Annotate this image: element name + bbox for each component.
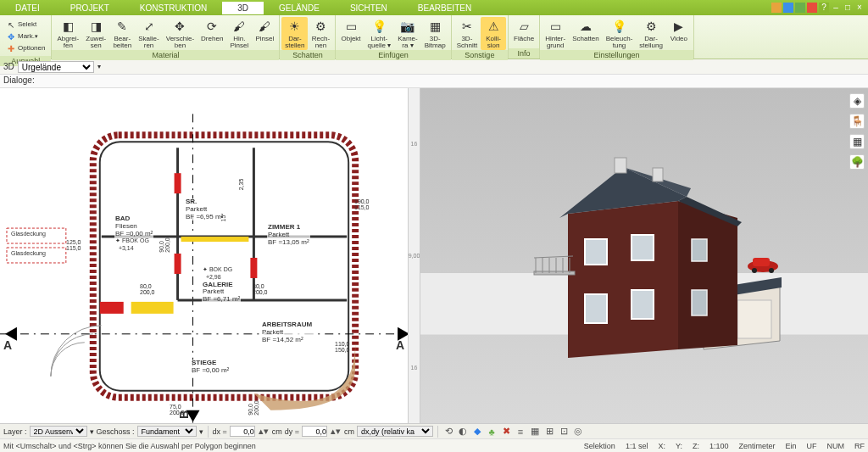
ribbon-button[interactable]: ◧Abgrei- fen (53, 17, 82, 50)
ribbon-icon: ▭ (342, 18, 359, 35)
geschoss-label: Geschoss : (97, 427, 135, 436)
menu-bearbeiten[interactable]: BEARBEITEN (403, 2, 487, 14)
dim: 125,0 115,0 (66, 239, 81, 251)
dy-input[interactable] (302, 426, 327, 437)
tool-icon[interactable]: ⟲ (442, 426, 454, 438)
ribbon-icon: ✎ (114, 18, 131, 35)
tray-icon[interactable] (783, 3, 793, 13)
mark-button[interactable]: ✥Mark.▾ (3, 31, 47, 42)
close-icon[interactable]: × (854, 3, 865, 13)
ribbon-group-sonstige: ✂3D- Schnitt⚠Kolli- sion Sonstige (452, 15, 509, 59)
tool-icon[interactable]: ◐ (457, 426, 469, 438)
ribbon-button[interactable]: ✂3D- Schnitt (453, 17, 481, 50)
context-toolbar: 3D Urgelände ▾ (0, 59, 868, 75)
room-bad: BADFliesenBF =0,00 m²✦ FBOK OG +3,14 (114, 215, 153, 253)
ribbon-button[interactable]: ▦3D- Bitmap (421, 17, 449, 50)
ribbon-group-auswahl: ↖Selekt ✥Mark.▾ ✚Optionen Auswahl (0, 15, 52, 59)
tool-icon[interactable]: ◆ (471, 426, 483, 438)
ribbon-button[interactable]: ▱Fläche (510, 17, 537, 43)
ribbon-icon: 🖌 (256, 18, 273, 35)
ribbon-button[interactable]: ☀Dar- stellen (281, 17, 308, 50)
selekt-button[interactable]: ↖Selekt (3, 19, 47, 31)
ribbon-label: Bear- beiten (113, 36, 131, 49)
ribbon-icon: 📷 (399, 18, 416, 35)
group-label: Sonstige (452, 50, 508, 60)
svg-marker-23 (678, 201, 737, 349)
svg-rect-28 (653, 168, 663, 181)
tool-icon[interactable]: ✖ (500, 426, 512, 438)
geschoss-select[interactable]: Fundament (137, 426, 197, 437)
tray-icon[interactable] (795, 3, 805, 13)
tool-icon[interactable]: ◎ (572, 426, 584, 438)
tool-icon[interactable]: ▦ (529, 426, 541, 438)
stepper-icon[interactable]: ▴▾ (330, 426, 342, 438)
ribbon-button[interactable]: ⤢Skalie- ren (135, 17, 162, 50)
dx-input[interactable] (230, 426, 255, 437)
layer-select[interactable]: 2D Aussenv (30, 426, 87, 437)
ribbon-button[interactable]: ✥Verschie- ben (163, 17, 198, 50)
ribbon-icon: ▦ (426, 18, 443, 35)
svg-rect-12 (175, 254, 181, 274)
plants-icon[interactable]: 🌳 (849, 154, 865, 170)
ribbon-button[interactable]: ▭Hinter- grund (542, 17, 569, 50)
ribbon-button[interactable]: 🖌Hin. Pinsel (226, 17, 252, 50)
ribbon-button[interactable]: 📷Kame- ra ▾ (394, 17, 421, 50)
menu-3d[interactable]: 3D (222, 2, 264, 14)
tool-icon[interactable]: ⊡ (558, 426, 570, 438)
svg-rect-21 (737, 300, 771, 338)
ribbon-button[interactable]: ▶Video (666, 17, 692, 43)
ribbon-group-einfuegen: ▭Objekt💡Licht- quelle ▾📷Kame- ra ▾▦3D- B… (336, 15, 451, 59)
ribbon-button[interactable]: ⚙Rech- nen (308, 17, 333, 50)
menu-datei[interactable]: DATEI (0, 2, 55, 14)
ribbon-button[interactable]: ▭Objekt (337, 17, 364, 43)
group-label: Einstellungen (540, 50, 693, 60)
menu-projekt[interactable]: PROJEKT (55, 2, 125, 14)
status-uf: UF (807, 442, 817, 450)
ribbon-label: 3D- Schnitt (457, 36, 477, 49)
ribbon-button[interactable]: ⚠Kolli- sion (481, 17, 506, 50)
ribbon-icon: ▱ (515, 18, 532, 35)
status-print-scale: 1:100 (709, 442, 729, 450)
layers-icon[interactable]: ◈ (849, 93, 865, 109)
stepper-icon[interactable]: ▴▾ (258, 426, 270, 438)
ribbon-label: Video (670, 36, 687, 42)
ribbon-button[interactable]: 💡Beleuch- tung (603, 17, 637, 50)
coord-mode-select[interactable]: dx,dy (relativ ka (357, 426, 433, 437)
layer-select[interactable]: Urgelände (18, 61, 94, 73)
materials-icon[interactable]: ▦ (849, 134, 865, 149)
ribbon-button[interactable]: ⚙Dar- stellung (636, 17, 666, 50)
dim: 110,0 150,0 (335, 341, 350, 353)
menu-sichten[interactable]: SICHTEN (335, 2, 403, 14)
ribbon-label: Beleuch- tung (606, 36, 633, 49)
ribbon-label: Schatten (572, 36, 599, 42)
tool-icon[interactable]: ≡ (515, 426, 526, 438)
tray-icon[interactable] (771, 3, 782, 13)
3d-viewport[interactable]: ◈ 🪑 ▦ 🌳 (420, 88, 868, 423)
ribbon-label: Dar- stellung (639, 36, 663, 49)
help-icon[interactable]: ? (819, 3, 829, 13)
ribbon-label: Skalie- ren (138, 36, 159, 49)
vertical-ruler: 169,0016 (408, 88, 420, 423)
svg-rect-16 (100, 302, 124, 314)
minimize-icon[interactable]: – (831, 3, 841, 13)
plus-icon: ✚ (6, 43, 16, 53)
menu-konstruktion[interactable]: KONSTRUKTION (125, 2, 222, 14)
ribbon-button[interactable]: ⟳Drehen (198, 17, 226, 43)
ribbon-label: Fläche (514, 36, 534, 42)
status-x: X: (658, 442, 665, 450)
ribbon-button[interactable]: 💡Licht- quelle ▾ (364, 17, 395, 50)
ribbon-button[interactable]: ✎Bear- beiten (109, 17, 135, 50)
tray-icon[interactable] (807, 3, 817, 13)
dim: 80,0 200,0 (253, 283, 268, 295)
furniture-icon[interactable]: 🪑 (849, 114, 865, 129)
menu-gelaende[interactable]: GELÄNDE (264, 2, 335, 14)
tool-icon[interactable]: ♣ (486, 426, 498, 438)
ribbon-button[interactable]: 🖌Pinsel (252, 17, 277, 43)
maximize-icon[interactable]: □ (843, 3, 853, 13)
tool-icon[interactable]: ⊞ (543, 426, 555, 438)
optionen-button[interactable]: ✚Optionen (3, 42, 47, 54)
plan-viewport[interactable]: BADFliesenBF =0,00 m²✦ FBOK OG +3,14 SR.… (0, 88, 420, 423)
ribbon-icon: 🖌 (231, 18, 248, 35)
ribbon-button[interactable]: ☁Schatten (569, 17, 603, 43)
ribbon-button[interactable]: ◨Zuwei- sen (82, 17, 109, 50)
